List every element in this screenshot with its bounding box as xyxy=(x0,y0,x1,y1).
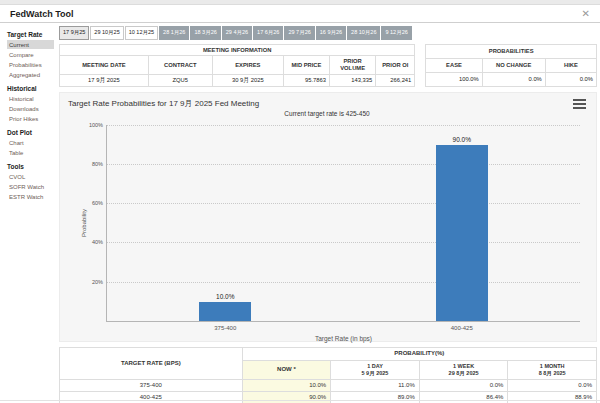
sidebar-item-compare[interactable]: Compare xyxy=(7,50,54,59)
sidebar-item-historical[interactable]: Historical xyxy=(7,94,54,103)
page-title: FedWatch Tool xyxy=(10,9,74,19)
col-1-week: 1 WEEK 29 8月 2025 xyxy=(419,360,508,379)
gridline-80 xyxy=(107,164,580,165)
probability-chart-panel: Target Rate Probabilities for 17 9月 2025… xyxy=(59,92,597,342)
meeting-info-group-header: MEETING INFORMATION xyxy=(60,44,415,56)
tab-meeting-4[interactable]: 18 3月26 xyxy=(190,26,220,40)
meeting-info-row: 17 9月 2025 ZQU5 30 9月 2025 95.7863 143,3… xyxy=(60,75,415,87)
day-cell: 89.0% xyxy=(331,392,420,403)
tab-meeting-3[interactable]: 28 1月26 xyxy=(159,26,189,40)
gridline-40 xyxy=(107,242,580,243)
bar-rect-400-425[interactable] xyxy=(436,145,488,321)
col-1-week-date: 29 8月 2025 xyxy=(424,370,504,377)
main-layout: Target Rate Current Compare Probabilitie… xyxy=(0,23,600,403)
hike-value: 0.0% xyxy=(545,73,596,87)
tab-meeting-5[interactable]: 29 4月26 xyxy=(222,26,252,40)
col-no-change: NO CHANGE xyxy=(482,58,545,72)
bar-chart-plot-area: Probability 100% 80% 60% 40% 20% 10.0% 9… xyxy=(106,125,580,322)
bar-value-label: 10.0% xyxy=(216,293,234,300)
sidebar-section-target-rate: Target Rate xyxy=(7,31,57,38)
meeting-date-tabs: 17 9月25 29 10月25 10 12月25 28 1月26 18 3月2… xyxy=(59,26,597,40)
prior-volume-value: 143,335 xyxy=(330,75,376,87)
day-cell: 11.0% xyxy=(331,379,420,392)
prior-oi-value: 266,241 xyxy=(376,75,415,87)
month-cell: 0.0% xyxy=(508,379,597,392)
ease-value: 100.0% xyxy=(426,73,482,87)
probabilities-group-header: PROBABILITIES xyxy=(426,44,597,58)
sidebar-item-chart[interactable]: Chart xyxy=(7,138,54,147)
close-icon[interactable]: ✕ xyxy=(582,9,590,19)
probability-group-header: PROBABILITY(%) xyxy=(242,348,596,361)
tab-meeting-8[interactable]: 16 9月26 xyxy=(316,26,346,40)
tab-meeting-9[interactable]: 28 10月26 xyxy=(347,26,380,40)
probability-history-table: TARGET RATE (BPS) PROBABILITY(%) NOW * 1… xyxy=(59,347,597,403)
probabilities-summary-row: 100.0% 0.0% 0.0% xyxy=(426,73,597,87)
col-1-day-date: 5 9月 2025 xyxy=(335,370,415,377)
col-meeting-date: MEETING DATE xyxy=(60,56,149,75)
no-change-value: 0.0% xyxy=(482,73,545,87)
col-1-week-label: 1 WEEK xyxy=(424,363,504,370)
tab-meeting-7[interactable]: 29 7月26 xyxy=(284,26,314,40)
sidebar: Target Rate Current Compare Probabilitie… xyxy=(0,23,57,403)
sidebar-item-cvol[interactable]: CVOL xyxy=(7,172,54,181)
table-row-400-425: 400-425 90.0% 89.0% 86.4% 88.9% xyxy=(60,392,597,403)
month-cell: 88.9% xyxy=(508,392,597,403)
col-mid-price: MID PRICE xyxy=(283,56,329,75)
now-cell: 90.0% xyxy=(242,392,331,403)
x-category-375-400: 375-400 xyxy=(214,325,236,331)
gridline-100 xyxy=(107,125,580,126)
hamburger-icon[interactable] xyxy=(573,98,586,109)
sidebar-item-table[interactable]: Table xyxy=(7,148,54,157)
chart-annotation: Current target rate is 425-450 xyxy=(68,110,586,117)
meeting-date-value: 17 9月 2025 xyxy=(60,75,149,87)
bottom-divider xyxy=(0,400,600,401)
col-prior-oi: PRIOR OI xyxy=(376,56,415,75)
tab-meeting-6[interactable]: 17 6月26 xyxy=(253,26,283,40)
sidebar-item-sofr-watch[interactable]: SOFR Watch xyxy=(7,182,54,191)
bar-rect-375-400[interactable] xyxy=(199,302,251,322)
col-1-day: 1 DAY 5 9月 2025 xyxy=(331,360,420,379)
tab-meeting-1[interactable]: 29 10月25 xyxy=(90,26,123,40)
sidebar-item-current[interactable]: Current xyxy=(7,40,54,49)
col-1-month: 1 MONTH 8 8月 2025 xyxy=(508,360,597,379)
y-tick-60: 60% xyxy=(92,200,103,206)
meeting-information-table: MEETING INFORMATION MEETING DATE CONTRAC… xyxy=(59,44,415,88)
contract-value: ZQU5 xyxy=(148,75,212,87)
table-row-375-400: 375-400 10.0% 11.0% 0.0% 0.0% xyxy=(60,379,597,392)
tab-meeting-2[interactable]: 10 12月25 xyxy=(125,26,158,40)
y-axis-label: Probability xyxy=(81,198,87,248)
col-1-month-label: 1 MONTH xyxy=(512,363,592,370)
col-target-rate-bps: TARGET RATE (BPS) xyxy=(60,348,243,379)
sidebar-item-estr-watch[interactable]: ESTR Watch xyxy=(7,192,54,201)
sidebar-section-tools: Tools xyxy=(7,163,57,170)
week-cell: 86.4% xyxy=(419,392,508,403)
bar-400-425[interactable]: 90.0% xyxy=(436,125,488,321)
target-rate-cell: 400-425 xyxy=(60,392,243,403)
sidebar-section-dot-plot: Dot Plot xyxy=(7,129,57,136)
x-axis-label: Target Rate (in bps) xyxy=(315,335,372,342)
sidebar-item-prior-hikes[interactable]: Prior Hikes xyxy=(7,114,54,123)
target-rate-cell: 375-400 xyxy=(60,379,243,392)
bar-375-400[interactable]: 10.0% xyxy=(199,125,251,321)
summary-tables-row: MEETING INFORMATION MEETING DATE CONTRAC… xyxy=(59,44,597,88)
sidebar-item-probabilities[interactable]: Probabilities xyxy=(7,60,54,69)
col-now: NOW * xyxy=(242,360,331,379)
col-1-day-label: 1 DAY xyxy=(335,363,415,370)
y-tick-80: 80% xyxy=(92,161,103,167)
tab-meeting-10[interactable]: 9 12月26 xyxy=(381,26,411,40)
sidebar-item-aggregated[interactable]: Aggregated xyxy=(7,70,54,79)
sidebar-section-historical: Historical xyxy=(7,85,57,92)
col-prior-volume: PRIOR VOLUME xyxy=(330,56,376,75)
col-expires: EXPIRES xyxy=(212,56,283,75)
now-cell: 10.0% xyxy=(242,379,331,392)
col-hike: HIKE xyxy=(545,58,596,72)
week-cell: 0.0% xyxy=(419,379,508,392)
col-ease: EASE xyxy=(426,58,482,72)
y-tick-100: 100% xyxy=(89,122,103,128)
bar-value-label: 90.0% xyxy=(453,136,471,143)
tab-meeting-0[interactable]: 17 9月25 xyxy=(59,26,89,40)
expires-value: 30 9月 2025 xyxy=(212,75,283,87)
y-tick-20: 20% xyxy=(92,279,103,285)
y-tick-40: 40% xyxy=(92,239,103,245)
sidebar-item-downloads[interactable]: Downloads xyxy=(7,104,54,113)
